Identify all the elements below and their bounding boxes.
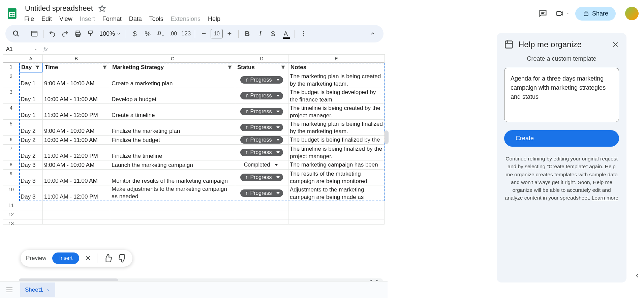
cell[interactable] (43, 210, 110, 219)
row-header-9[interactable]: 9 (3, 170, 19, 185)
document-title[interactable]: Untitled spreadsheet (23, 3, 95, 13)
cell[interactable]: The marketing plan is being created by t… (288, 72, 385, 88)
filter-icon[interactable] (102, 64, 108, 70)
status-pill[interactable]: In Progress (240, 149, 283, 156)
close-icon[interactable]: ✕ (85, 254, 91, 262)
star-icon[interactable] (98, 5, 106, 12)
cell[interactable]: 10:00 AM - 11:00 AM (43, 136, 110, 145)
cell[interactable]: The results of the marketing campaign ar… (288, 170, 385, 185)
cell[interactable]: Day 1 (19, 104, 43, 120)
cell[interactable] (110, 210, 235, 219)
cell[interactable]: In Progress (235, 104, 288, 120)
comments-icon[interactable] (536, 7, 550, 20)
cell[interactable]: In Progress (235, 72, 288, 88)
font-size-increase-icon[interactable]: + (223, 28, 236, 40)
status-pill[interactable]: In Progress (240, 174, 283, 181)
cell[interactable]: 10:00 AM - 11:00 AM (43, 88, 110, 104)
row-header-2[interactable]: 2 (3, 72, 19, 88)
currency-icon[interactable]: $ (129, 28, 141, 40)
cell[interactable]: Finalize the marketing plan (110, 120, 235, 136)
status-pill[interactable]: In Progress (240, 92, 283, 99)
cell[interactable] (110, 219, 235, 225)
row-header-7[interactable]: 7 (3, 145, 19, 160)
cell[interactable] (235, 201, 288, 210)
row-header-1[interactable]: 1 (3, 63, 19, 72)
cell[interactable]: The timeline is being finalized by the p… (288, 145, 385, 160)
cell[interactable] (19, 210, 43, 219)
cell[interactable]: 9:00 AM - 10:00 AM (43, 72, 110, 88)
menu-file[interactable]: File (21, 14, 37, 24)
status-pill[interactable]: Completed (242, 161, 281, 169)
column-header-C[interactable]: C (110, 55, 235, 62)
more-formats-icon[interactable]: 123 (180, 28, 192, 40)
row-header-3[interactable]: 3 (3, 88, 19, 104)
row-header-13[interactable]: 13 (3, 219, 19, 225)
cell[interactable]: Finalize the budget (110, 136, 235, 145)
menu-view[interactable]: View (56, 14, 76, 24)
cell[interactable]: The budget is being developed by the fin… (288, 88, 385, 104)
cell[interactable]: In Progress (235, 136, 288, 145)
cell[interactable]: Launch the marketing campaign (110, 160, 235, 170)
print-icon[interactable] (72, 28, 84, 40)
cell[interactable]: Make adjustments to the marketing campai… (110, 185, 235, 201)
cell[interactable]: Day 2 (19, 120, 43, 136)
spreadsheet-grid[interactable]: ABCDE 12345678910111213 DayTimeMarketing… (3, 55, 385, 230)
column-header-A[interactable]: A (19, 55, 43, 62)
cell[interactable]: In Progress (235, 88, 288, 104)
thumbs-down-icon[interactable] (118, 254, 127, 263)
menu-edit[interactable]: Edit (38, 14, 55, 24)
cell[interactable]: In Progress (235, 120, 288, 136)
sheets-app-icon[interactable] (5, 7, 19, 20)
increase-decimal-icon[interactable]: .00 (167, 28, 179, 40)
cell[interactable]: In Progress (235, 145, 288, 160)
cell[interactable]: Marketing Strategy (110, 63, 235, 72)
zoom-select[interactable]: 100% (97, 30, 123, 37)
cell[interactable]: Day 3 (19, 170, 43, 185)
menu-insert[interactable]: Insert (76, 14, 98, 24)
bold-icon[interactable]: B (241, 28, 253, 40)
cell[interactable]: 11:00 AM - 12:00 PM (43, 145, 110, 160)
status-pill[interactable]: In Progress (240, 76, 283, 84)
cell[interactable]: 10:00 AM - 11:00 AM (43, 170, 110, 185)
select-all-corner[interactable] (3, 55, 19, 63)
cell[interactable]: 9:00 AM - 10:00 AM (43, 120, 110, 136)
cell[interactable]: Finalize the timeline (110, 145, 235, 160)
cell[interactable]: The marketing plan is being finalized by… (288, 120, 385, 136)
cell[interactable]: Day (19, 63, 43, 72)
cell[interactable]: In Progress (235, 170, 288, 185)
cell[interactable]: In Progress (235, 185, 288, 201)
filter-icon[interactable] (34, 64, 40, 70)
cell[interactable] (288, 219, 385, 225)
cell[interactable]: Day 2 (19, 136, 43, 145)
menu-data[interactable]: Data (126, 14, 145, 24)
status-pill[interactable]: In Progress (240, 108, 283, 115)
name-box[interactable]: A1 (3, 46, 40, 52)
cell[interactable] (110, 201, 235, 210)
text-color-icon[interactable]: A (280, 28, 292, 40)
row-header-5[interactable]: 5 (3, 120, 19, 136)
cell[interactable] (235, 219, 288, 225)
formula-bar[interactable]: fx (40, 44, 385, 54)
search-icon[interactable] (10, 28, 22, 40)
cell[interactable] (19, 219, 43, 225)
vertical-scrollbar[interactable] (384, 130, 389, 298)
cell[interactable] (288, 201, 385, 210)
undo-icon[interactable] (46, 28, 58, 40)
column-header-E[interactable]: E (288, 55, 385, 62)
cell[interactable]: Day 3 (19, 160, 43, 170)
menu-extensions[interactable]: Extensions (167, 14, 204, 24)
status-pill[interactable]: In Progress (240, 189, 283, 197)
cell[interactable]: Completed (235, 160, 288, 170)
collapse-toolbar-icon[interactable] (367, 28, 379, 40)
redo-icon[interactable] (59, 28, 71, 40)
menu-format[interactable]: Format (99, 14, 125, 24)
account-avatar[interactable] (625, 7, 639, 20)
cell[interactable]: 9:00 AM - 10:00 AM (43, 160, 110, 170)
font-size-decrease-icon[interactable]: − (198, 28, 210, 40)
filter-icon[interactable] (280, 64, 286, 70)
cell[interactable]: The marketing campaign has been launched… (288, 160, 385, 170)
row-header-12[interactable]: 12 (3, 210, 19, 219)
italic-icon[interactable]: I (254, 28, 266, 40)
more-toolbar-icon[interactable] (298, 28, 310, 40)
cell[interactable]: Status (235, 63, 288, 72)
